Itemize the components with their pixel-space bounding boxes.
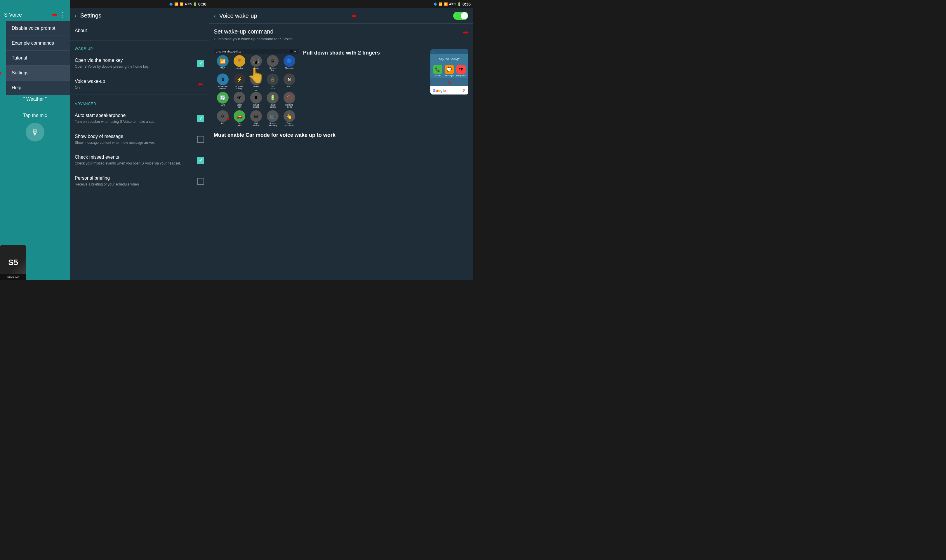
phone-icon-vibrate[interactable]: 📳 Vibrate: [248, 55, 264, 71]
samsung-label: SAMSUNG: [0, 274, 26, 280]
svoice-menu-button[interactable]: ⋮: [60, 11, 66, 18]
voice-wakeup-back-button[interactable]: ‹: [214, 12, 216, 19]
nfc-label: NFC: [287, 85, 291, 88]
settings-item-about[interactable]: About: [70, 23, 209, 39]
multiwindow-circle-icon: ⊞: [250, 110, 262, 122]
mirroring-label: ScreenMirroring: [269, 122, 277, 126]
phone-icon-multiwindow[interactable]: ⊞ Multiwindow: [248, 110, 264, 126]
settings-item-personal-briefing[interactable]: Personal briefing Receive a briefing of …: [70, 171, 209, 192]
phone-icon-toolbox[interactable]: 🧰 Toolbox: [248, 74, 264, 89]
settings-home-key-checkbox[interactable]: [197, 60, 204, 67]
set-command-title: Set wake-up command: [214, 28, 460, 35]
settings-item-body-message[interactable]: Show body of message Show message conten…: [70, 129, 209, 150]
enable-car-mode-text: Must enable Car mode for voice wake up t…: [214, 132, 468, 139]
settings-speakerphone-checkbox[interactable]: [197, 115, 204, 122]
phone-icon-blocking[interactable]: 🚫 Blockingmode: [281, 92, 297, 108]
instruction-container: Pull down shade with 2 fingers: [303, 49, 426, 57]
battery-icon-mid: 🔋: [193, 2, 197, 6]
screen-label: Screention: [270, 67, 276, 71]
phone-icon-touchsensitivity[interactable]: 👆 Touchsensitivity: [281, 110, 297, 126]
status-time-mid: 8:36: [198, 2, 207, 6]
phone-icon-smartpause[interactable]: ⏸ Smartpause: [248, 92, 264, 108]
settings-list: About WAKE-UP Open via the home key Open…: [70, 23, 209, 280]
powersaving-circle-icon: 🔋: [267, 92, 279, 103]
phone-icon-sync[interactable]: 🔄 Sync: [215, 92, 231, 108]
hi-galaxy-header: ⋮: [431, 49, 468, 54]
smartpause-label: Smartpause: [253, 104, 259, 108]
phone-icon-bluetooth[interactable]: 🔵 Bluetooth: [281, 55, 297, 71]
powersaving-label: Powersaving: [270, 104, 276, 108]
phone-status-icons: ☰ ✏: [290, 50, 296, 53]
phone-icon-location[interactable]: 📍 Location: [231, 55, 248, 71]
airplane-label: Airl...: [221, 122, 225, 124]
signal-icon-right: 📶: [438, 2, 443, 6]
mic-button[interactable]: 🎙: [26, 123, 45, 142]
bluetooth-icon-right: 🔷: [433, 2, 437, 6]
hi-galaxy-arrow: ↘: [431, 78, 468, 86]
phone-icon-carmode[interactable]: 🚗 Carmode ➡: [231, 110, 248, 126]
voice-wakeup-content: Set wake-up command Customise your wake-…: [209, 24, 473, 280]
settings-body-message-sub: Show message content when new message ar…: [75, 140, 194, 145]
dropdown-item-tutorial[interactable]: Tutorial: [6, 51, 70, 66]
bluetooth-icon-mid: 🔷: [169, 2, 173, 6]
dropdown-item-settings[interactable]: Settings ➡: [6, 66, 70, 80]
settings-item-voice-wakeup[interactable]: Voice wake-up ⬅ On: [70, 74, 209, 94]
phone-icon-smartstay[interactable]: 👁 Smartstay: [231, 92, 248, 108]
phone-icon-mirroring[interactable]: 📺 ScreenMirroring: [264, 110, 281, 126]
settings-item-speakerphone[interactable]: Auto start speakerphone Turn on speaker …: [70, 108, 209, 129]
voice-wakeup-toggle[interactable]: I: [453, 12, 468, 20]
touchsensitivity-circle-icon: 👆: [284, 110, 295, 122]
svoice-title: S Voice: [4, 12, 22, 18]
mic-icon: 🎙: [31, 128, 39, 137]
phone-icon-nfc[interactable]: N NFC: [281, 74, 297, 89]
settings-about-title: About: [75, 28, 204, 33]
settings-divider-1: [70, 40, 209, 41]
svoice-header: S Voice ➡ ⋮: [0, 8, 70, 22]
hi-galaxy-say: Say "Hi Galaxy": [431, 54, 468, 63]
settings-body-message-checkbox[interactable]: [197, 136, 204, 143]
bluetooth-circle-icon: 🔵: [284, 55, 295, 67]
hi-galaxy-app-messages[interactable]: 💬 Messages: [444, 65, 455, 77]
dropdown-item-example-commands[interactable]: Example commands: [6, 36, 70, 51]
dropdown-item-disable-voice[interactable]: Disable voice prompt: [6, 21, 70, 36]
hi-galaxy-app-phone[interactable]: 📞 Phone: [432, 65, 443, 77]
vibrate-label: Vibrate: [253, 67, 259, 69]
voice-wakeup-panel: ‹ Voice wake-up ➡ I Set wake-up command …: [209, 8, 473, 280]
google-search-bar[interactable]: Google 🎙: [431, 86, 468, 94]
tap-mic-label: Tap the mic: [23, 113, 47, 118]
navigation-app-icon: 🗺: [456, 65, 466, 74]
mirroring-circle-icon: 📺: [267, 110, 279, 122]
google-mic-icon[interactable]: 🎙: [462, 88, 466, 93]
settings-item-home-key[interactable]: Open via the home key Open S Voice by do…: [70, 53, 209, 74]
set-command-sub: Customise your wake-up command for S Voi…: [214, 37, 460, 41]
phone-icon-upower[interactable]: ⚡ U. powersaving: [231, 74, 248, 89]
dropdown-item-help[interactable]: Help: [6, 80, 70, 95]
status-bar-right: 🔷 📶 🛜 49% 🔋 8:36: [209, 0, 473, 8]
settings-missed-events-checkbox[interactable]: [197, 157, 204, 164]
carmode-label: Carmode: [237, 122, 242, 126]
phone-icon-private[interactable]: 🔒 atemode: [264, 74, 281, 89]
toolbox-label: Toolbox: [253, 85, 259, 88]
settings-speakerphone-sub: Turn on speaker when using S Voice to ma…: [75, 119, 194, 124]
messages-app-label: Messages: [445, 74, 454, 77]
settings-section-advanced: ADVANCED: [70, 97, 209, 108]
settings-personal-briefing-sub: Receive a briefing of your schedule when: [75, 182, 194, 187]
hi-galaxy-text: Say "Hi Galaxy": [439, 57, 460, 61]
phone-icon-wifi[interactable]: 📶 Wi-Fi: [215, 55, 231, 71]
battery-pct-right: 49%: [449, 2, 456, 6]
phone-icon-powersaving[interactable]: 🔋 Powersaving: [264, 92, 281, 108]
settings-section-wakeup: WAKE-UP: [70, 42, 209, 53]
settings-back-button[interactable]: ‹: [75, 12, 77, 19]
toggle-label: I: [455, 14, 456, 18]
settings-item-missed-events[interactable]: Check missed events Check your missed ev…: [70, 150, 209, 171]
svoice-dropdown-menu: Disable voice prompt Example commands Tu…: [6, 21, 70, 95]
battery-pct-mid: 49%: [185, 2, 192, 6]
settings-personal-briefing-checkbox[interactable]: [197, 178, 204, 185]
settings-home-key-title: Open via the home key: [75, 58, 194, 63]
phone-icon-screen[interactable]: 🖥 Screention: [264, 55, 281, 71]
hi-galaxy-dots: ⋮: [432, 51, 434, 53]
private-label: atemode: [270, 85, 275, 89]
phone-icon-download[interactable]: ⬇ Downloadbooster: [215, 74, 231, 89]
hi-galaxy-app-navigation[interactable]: 🗺 Navigation: [456, 65, 466, 77]
location-circle-icon: 📍: [234, 55, 245, 67]
